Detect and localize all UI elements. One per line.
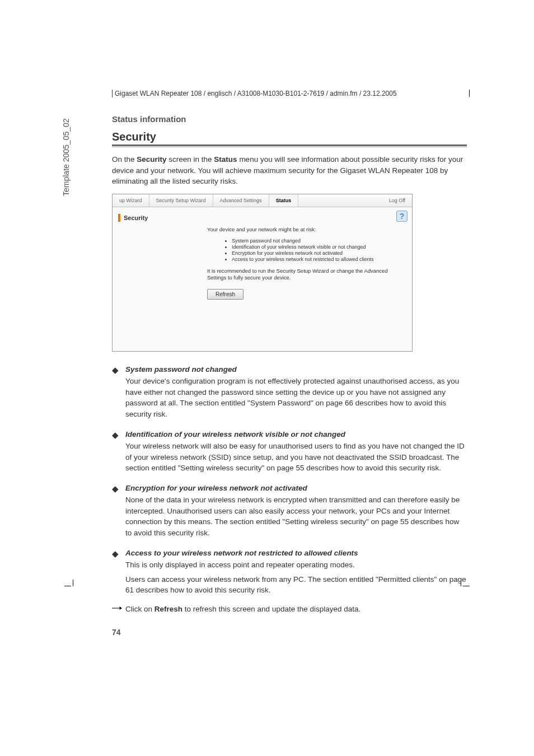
tab-bar: up Wizard Security Setup Wizard Advanced… bbox=[113, 194, 412, 207]
section-label: Status information bbox=[112, 114, 467, 124]
intro-paragraph: On the Security screen in the Status men… bbox=[112, 154, 467, 187]
action-prefix: Click on bbox=[125, 605, 154, 613]
sidebar-item-security[interactable]: Security bbox=[118, 214, 199, 222]
list-item: ◆ Access to your wireless network not re… bbox=[112, 548, 467, 599]
diamond-bullet-icon: ◆ bbox=[112, 483, 125, 542]
item-title: Identification of your wireless network … bbox=[125, 429, 467, 440]
item-title: Encryption for your wireless network not… bbox=[125, 483, 467, 494]
action-item: Click on Refresh to refresh this screen … bbox=[112, 605, 467, 613]
sidebar-item-label: Security bbox=[124, 214, 148, 221]
recommendation-text: It is recommended to run the Security Se… bbox=[207, 268, 402, 282]
tab-advanced-settings[interactable]: Advanced Settings bbox=[213, 194, 269, 207]
item-body: Your device's configuration program is n… bbox=[125, 376, 467, 419]
logoff-link[interactable]: Log Off bbox=[382, 198, 412, 203]
template-label: Template 2005_05_02 bbox=[62, 118, 71, 196]
diamond-bullet-icon: ◆ bbox=[112, 429, 125, 477]
arrow-icon bbox=[112, 605, 125, 613]
risk-intro: Your device and your network might be at… bbox=[207, 226, 402, 232]
intro-prefix: On the bbox=[112, 155, 137, 164]
list-item: ◆ System password not changed Your devic… bbox=[112, 364, 467, 423]
list-item: ◆ Encryption for your wireless network n… bbox=[112, 483, 467, 542]
risk-item: Access to your wireless network not rest… bbox=[232, 256, 402, 262]
active-indicator-icon bbox=[118, 214, 120, 222]
item-body: This is only displayed in access point a… bbox=[125, 559, 467, 571]
risk-item: Encryption for your wireless network not… bbox=[232, 250, 402, 256]
page-title: Security bbox=[112, 130, 467, 146]
action-rest: to refresh this screen and update the di… bbox=[182, 605, 360, 613]
intro-mid: screen in the bbox=[167, 155, 214, 164]
help-icon[interactable]: ? bbox=[396, 211, 407, 222]
list-item: ◆ Identification of your wireless networ… bbox=[112, 429, 467, 477]
item-body: Users can access your wireless network f… bbox=[125, 574, 467, 596]
page-number: 74 bbox=[112, 628, 467, 637]
tab-setup-wizard[interactable]: up Wizard bbox=[113, 194, 149, 207]
item-body: None of the data in your wireless networ… bbox=[125, 494, 467, 538]
intro-bold-2: Status bbox=[214, 155, 237, 164]
diamond-bullet-icon: ◆ bbox=[112, 548, 125, 599]
refresh-button[interactable]: Refresh bbox=[207, 289, 243, 300]
risk-list: System password not changed Identificati… bbox=[209, 238, 402, 262]
risk-item: Identification of your wireless network … bbox=[232, 244, 402, 250]
svg-marker-1 bbox=[120, 606, 123, 610]
item-body: Your wireless network will also be easy … bbox=[125, 441, 467, 474]
embedded-screenshot: up Wizard Security Setup Wizard Advanced… bbox=[112, 194, 413, 352]
diamond-bullet-icon: ◆ bbox=[112, 364, 125, 423]
risk-item: System password not changed bbox=[232, 238, 402, 244]
item-title: System password not changed bbox=[125, 364, 467, 375]
action-bold: Refresh bbox=[154, 605, 182, 613]
intro-bold-1: Security bbox=[137, 155, 166, 164]
doc-path: Gigaset WLAN Repeater 108 / englisch / A… bbox=[112, 90, 467, 97]
tab-status[interactable]: Status bbox=[269, 194, 299, 207]
item-title: Access to your wireless network not rest… bbox=[125, 548, 467, 559]
tab-security-setup-wizard[interactable]: Security Setup Wizard bbox=[149, 194, 213, 207]
main-panel: ? Your device and your network might be … bbox=[205, 207, 412, 352]
sidebar: Security bbox=[113, 207, 205, 352]
